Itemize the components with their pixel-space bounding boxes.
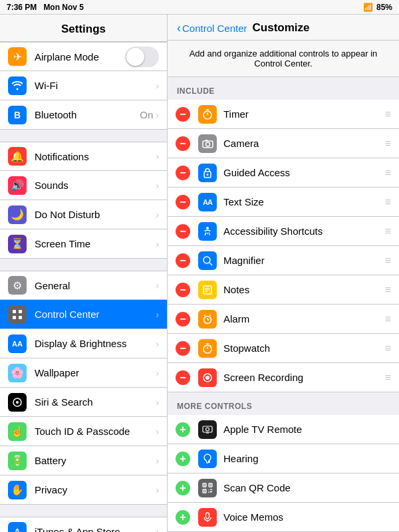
timer-drag-handle[interactable]: ≡ <box>385 108 391 120</box>
notifications-label: Notifications <box>35 151 156 162</box>
battery-label: Battery <box>35 455 156 466</box>
voice-memos-add-btn[interactable] <box>176 510 190 525</box>
airplane-toggle[interactable] <box>125 47 159 67</box>
airplane-icon: ✈ <box>8 47 27 66</box>
magnifier-drag-handle[interactable]: ≡ <box>385 255 391 267</box>
text-size-drag-handle[interactable]: ≡ <box>385 196 391 208</box>
settings-item-display[interactable]: AA Display & Brightness › <box>0 329 167 358</box>
wifi-chevron: › <box>156 80 159 91</box>
screen-recording-remove-btn[interactable] <box>176 370 190 385</box>
control-item-camera[interactable]: Camera ≡ <box>168 129 399 158</box>
itunes-icon: A <box>8 522 27 532</box>
control-item-voice-memos[interactable]: Voice Memos <box>168 503 399 532</box>
control-item-text-size[interactable]: AA Text Size ≡ <box>168 188 399 217</box>
control-item-hearing[interactable]: Hearing <box>168 444 399 473</box>
screen-recording-label: Screen Recording <box>223 372 385 383</box>
dnd-icon: 🌙 <box>8 205 27 224</box>
hearing-add-btn[interactable] <box>176 452 190 466</box>
hearing-label: Hearing <box>223 453 391 464</box>
camera-icon <box>198 134 217 153</box>
alarm-drag-handle[interactable]: ≡ <box>385 313 391 325</box>
guided-access-drag-handle[interactable]: ≡ <box>385 167 391 179</box>
control-item-notes[interactable]: Notes ≡ <box>168 275 399 305</box>
settings-item-battery[interactable]: 🔋 Battery › <box>0 446 167 475</box>
voice-memos-icon <box>198 508 217 527</box>
settings-item-wallpaper[interactable]: 🌸 Wallpaper › <box>0 358 167 388</box>
settings-item-itunes[interactable]: A iTunes & App Store › <box>0 517 167 532</box>
control-item-scan-qr[interactable]: Scan QR Code <box>168 473 399 503</box>
settings-item-screentime[interactable]: ⏳ Screen Time › <box>0 229 167 259</box>
settings-item-privacy[interactable]: ✋ Privacy › <box>0 475 167 505</box>
svg-point-31 <box>205 376 209 380</box>
settings-item-siri[interactable]: Siri & Search › <box>0 388 167 417</box>
group-spacer-1 <box>0 130 167 142</box>
settings-item-wifi[interactable]: Wi-Fi › <box>0 71 167 100</box>
settings-item-airplane[interactable]: ✈ Airplane Mode <box>0 42 167 71</box>
screentime-icon: ⏳ <box>8 235 27 253</box>
svg-point-34 <box>206 428 209 431</box>
control-item-alarm[interactable]: Alarm ≡ <box>168 305 399 334</box>
accessibility-drag-handle[interactable]: ≡ <box>385 225 391 237</box>
control-item-stopwatch[interactable]: Stopwatch ≡ <box>168 334 399 363</box>
notes-remove-btn[interactable] <box>176 283 190 297</box>
accessibility-icon <box>198 222 217 241</box>
notifications-chevron: › <box>156 151 159 162</box>
back-label: Control Center <box>182 23 247 34</box>
camera-remove-btn[interactable] <box>176 136 190 151</box>
battery-icon: 🔋 <box>8 452 27 470</box>
notes-drag-handle[interactable]: ≡ <box>385 284 391 296</box>
settings-item-bluetooth[interactable]: B Bluetooth On › <box>0 100 167 130</box>
scan-qr-label: Scan QR Code <box>223 482 391 493</box>
text-size-remove-btn[interactable] <box>176 195 190 209</box>
control-item-magnifier[interactable]: Magnifier ≡ <box>168 246 399 275</box>
magnifier-remove-btn[interactable] <box>176 253 190 268</box>
svg-point-13 <box>207 174 209 176</box>
alarm-remove-btn[interactable] <box>176 312 190 327</box>
control-item-apple-tv[interactable]: Apple TV Remote <box>168 415 399 444</box>
notes-label: Notes <box>223 284 385 295</box>
camera-drag-handle[interactable]: ≡ <box>385 138 391 150</box>
dnd-chevron: › <box>156 209 159 220</box>
svg-line-29 <box>210 345 211 346</box>
svg-rect-32 <box>203 426 212 432</box>
general-label: General <box>35 280 156 291</box>
control-item-accessibility[interactable]: Accessibility Shortcuts ≡ <box>168 217 399 246</box>
toggle-knob <box>126 48 144 66</box>
settings-item-controlcenter[interactable]: Control Center › <box>0 300 167 329</box>
svg-rect-1 <box>19 310 22 313</box>
control-item-timer[interactable]: Timer ≡ <box>168 100 399 129</box>
timer-remove-btn[interactable] <box>176 107 190 122</box>
screen-recording-drag-handle[interactable]: ≡ <box>385 372 391 384</box>
guided-access-remove-btn[interactable] <box>176 166 190 180</box>
stopwatch-remove-btn[interactable] <box>176 341 190 356</box>
settings-item-touchid[interactable]: ☝ Touch ID & Passcode › <box>0 417 167 446</box>
settings-item-sounds[interactable]: 🔊 Sounds › <box>0 171 167 200</box>
timer-label: Timer <box>223 108 385 120</box>
sounds-chevron: › <box>156 180 159 191</box>
controlcenter-label: Control Center <box>35 309 156 320</box>
privacy-chevron: › <box>156 485 159 495</box>
settings-item-general[interactable]: ⚙ General › <box>0 271 167 300</box>
apple-tv-add-btn[interactable] <box>176 422 190 437</box>
stopwatch-drag-handle[interactable]: ≡ <box>385 342 391 354</box>
hearing-icon <box>198 450 217 468</box>
accessibility-remove-btn[interactable] <box>176 224 190 239</box>
control-item-guided-access[interactable]: Guided Access ≡ <box>168 158 399 188</box>
apple-tv-icon <box>198 420 217 439</box>
more-controls-section-header: MORE CONTROLS <box>168 392 399 415</box>
airplane-label: Airplane Mode <box>35 51 125 63</box>
settings-group-3: ⚙ General › Control Center › <box>0 271 167 505</box>
scan-qr-add-btn[interactable] <box>176 481 190 495</box>
sounds-label: Sounds <box>35 180 156 191</box>
privacy-label: Privacy <box>35 484 156 495</box>
control-item-screen-recording[interactable]: Screen Recording ≡ <box>168 363 399 392</box>
svg-rect-11 <box>205 140 207 141</box>
scan-qr-icon <box>198 479 217 497</box>
back-button[interactable]: ‹ Control Center <box>177 22 247 34</box>
controlcenter-chevron: › <box>156 309 159 320</box>
itunes-chevron: › <box>156 526 159 532</box>
display-chevron: › <box>156 338 159 349</box>
settings-group-4: A iTunes & App Store › <box>0 517 167 532</box>
settings-item-notifications[interactable]: 🔔 Notifications › <box>0 142 167 171</box>
settings-item-dnd[interactable]: 🌙 Do Not Disturb › <box>0 200 167 229</box>
